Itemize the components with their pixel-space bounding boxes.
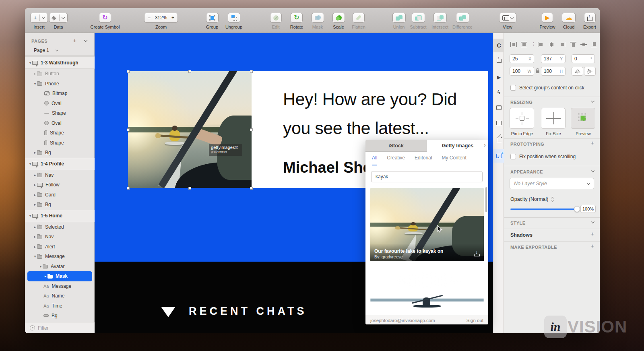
y-position-field[interactable]: 137Y: [541, 54, 566, 63]
disclosure-icon[interactable]: [33, 183, 37, 187]
selection-handle-s[interactable]: [188, 187, 191, 190]
export-button[interactable]: [584, 13, 596, 23]
height-field[interactable]: 100H: [541, 67, 566, 76]
page-selector[interactable]: Page 1: [25, 46, 94, 56]
sync-panel-button[interactable]: [493, 54, 504, 68]
layer-row-folder[interactable]: Message: [25, 252, 95, 262]
zoom-stepper[interactable]: − 312% +: [144, 13, 178, 23]
align-bottom-icon[interactable]: [591, 42, 597, 47]
layer-row-shape[interactable]: Shape: [25, 108, 95, 118]
duplicate-panel-button[interactable]: [493, 116, 504, 130]
message-text-line2[interactable]: you see the latest...: [283, 118, 429, 138]
opacity-value-field[interactable]: 100%: [580, 205, 596, 213]
align-middle-vertical-icon[interactable]: [580, 42, 587, 47]
selection-handle-e[interactable]: [250, 128, 253, 131]
layer-row-artboard[interactable]: 1-5 Home: [25, 210, 95, 222]
rotation-field[interactable]: 0°: [572, 54, 595, 63]
message-text-line1[interactable]: Hey! How are you? Did: [283, 89, 457, 109]
zoom-out-button[interactable]: −: [148, 15, 151, 21]
checkbox[interactable]: [510, 85, 516, 91]
blend-mode-stepper-icon[interactable]: [551, 197, 553, 202]
selection-handle-w[interactable]: [127, 128, 130, 131]
align-left-icon[interactable]: [538, 42, 544, 47]
flip-vertical-button[interactable]: [584, 67, 596, 76]
subtab-creative[interactable]: Creative: [387, 155, 405, 165]
chevron-right-icon[interactable]: [484, 141, 486, 149]
pin-to-edge-option[interactable]: [510, 108, 534, 129]
content-panel-button[interactable]: [493, 101, 504, 114]
layer-row-folder[interactable]: Avatar: [25, 262, 95, 272]
layer-row-text[interactable]: Message: [25, 281, 95, 291]
x-position-field[interactable]: 25X: [510, 54, 534, 63]
layer-row-text[interactable]: Name: [25, 291, 95, 301]
prototype-panel-button[interactable]: [493, 70, 504, 84]
layer-row-folder[interactable]: Card: [25, 190, 95, 200]
disclosure-icon[interactable]: [28, 61, 32, 65]
difference-button[interactable]: [456, 13, 469, 23]
align-center-horizontal-icon[interactable]: [548, 42, 555, 47]
subtab-all[interactable]: All: [372, 155, 377, 165]
layer-row-text[interactable]: Time: [25, 301, 95, 311]
layer-row-oval[interactable]: Oval: [25, 99, 95, 109]
layer-row-folder[interactable]: Selected: [25, 222, 95, 232]
chevron-down-icon[interactable]: [591, 220, 594, 223]
layer-row-bitmap[interactable]: Bitmap: [25, 89, 95, 99]
layer-row-artboard[interactable]: 1-4 Profile: [25, 158, 95, 170]
disclosure-icon[interactable]: [33, 173, 37, 177]
layer-row-folder[interactable]: Nav: [25, 232, 95, 242]
resize-preview[interactable]: [571, 108, 595, 129]
disclosure-icon[interactable]: [33, 202, 37, 206]
flip-horizontal-button[interactable]: [572, 67, 583, 76]
layer-row-folder[interactable]: Nav: [25, 170, 95, 180]
layer-row-folder[interactable]: Bg: [25, 148, 95, 158]
chevron-down-icon[interactable]: [591, 169, 594, 172]
layer-row-mask-selected[interactable]: Mask: [27, 271, 92, 281]
layer-row-shape[interactable]: Shape: [25, 138, 95, 148]
subtab-editorial[interactable]: Editorial: [415, 155, 432, 165]
disclosure-icon[interactable]: [33, 72, 37, 76]
selection-handle-nw[interactable]: [127, 70, 130, 73]
selected-kayak-image[interactable]: gettyimages® gradyreese: [128, 71, 252, 188]
disclosure-icon[interactable]: [28, 162, 32, 166]
search-results[interactable]: Our favourite lake to kayak on By: grady…: [365, 185, 488, 316]
data-button[interactable]: [49, 13, 68, 23]
disclosure-icon[interactable]: [33, 225, 37, 229]
disclosure-icon[interactable]: [43, 274, 47, 278]
sign-out-link[interactable]: Sign out: [466, 318, 483, 323]
disclosure-icon[interactable]: [33, 151, 37, 155]
craft-panel-button[interactable]: [493, 39, 504, 52]
layer-row-oval[interactable]: Oval: [25, 118, 95, 128]
align-top-icon[interactable]: [570, 42, 576, 47]
disclosure-icon[interactable]: [33, 193, 37, 197]
opacity-slider[interactable]: [510, 209, 577, 210]
checkbox[interactable]: [510, 154, 516, 159]
vector-panel-button[interactable]: [493, 133, 504, 147]
zoom-in-button[interactable]: +: [171, 15, 174, 21]
layer-row-artboard[interactable]: 1-3 Walkthrough: [25, 56, 95, 69]
opacity-slider-knob[interactable]: [574, 206, 580, 212]
add-shadow-button[interactable]: +: [590, 230, 594, 237]
width-field[interactable]: 100W: [510, 67, 534, 76]
selection-handle-n[interactable]: [188, 70, 191, 73]
tab-istock[interactable]: iStock: [365, 140, 427, 152]
lock-ratio-icon[interactable]: [536, 70, 539, 73]
actions-panel-button[interactable]: [493, 85, 504, 99]
recent-chats-title[interactable]: RECENT CHATS: [189, 305, 307, 318]
view-button[interactable]: [499, 13, 516, 23]
tab-getty-images[interactable]: Getty Images: [427, 140, 488, 152]
create-symbol-button[interactable]: [99, 13, 111, 23]
layer-row-shape[interactable]: Shape: [25, 128, 95, 138]
selection-handle-sw[interactable]: [127, 187, 130, 190]
results-scrollbar[interactable]: [485, 187, 487, 212]
disclosure-icon[interactable]: [28, 214, 32, 218]
chevron-down-icon[interactable]: [591, 99, 594, 103]
add-export-button[interactable]: +: [590, 242, 594, 249]
layer-row-symbol[interactable]: Follow: [25, 180, 95, 190]
selection-handle-ne[interactable]: [250, 70, 253, 73]
add-page-button[interactable]: +: [73, 37, 76, 44]
fix-size-option[interactable]: [541, 108, 566, 129]
disclosure-icon[interactable]: [33, 235, 37, 239]
stock-images-panel-button[interactable]: [493, 149, 504, 163]
result-card-kayak-day[interactable]: [370, 264, 484, 316]
flatten-button[interactable]: [353, 13, 365, 23]
